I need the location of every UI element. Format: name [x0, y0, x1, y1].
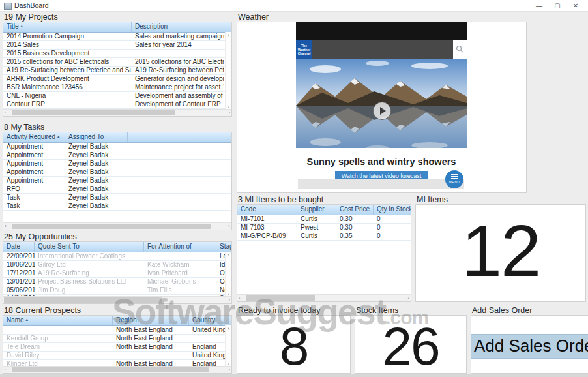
vertical-scrollbar[interactable]: ∧ ∨ — [225, 32, 231, 110]
scroll-left-icon[interactable]: ‹ — [5, 367, 7, 373]
table-cell: Sales and marketing campaign for 2014 — [132, 33, 224, 40]
scrollbar-thumb[interactable] — [246, 295, 315, 301]
column-header[interactable]: Country — [189, 316, 232, 325]
table-cell — [113, 352, 189, 359]
column-header[interactable]: Description — [132, 22, 224, 32]
table-row[interactable]: A19 Re-Surfacing between Peterlee and Su… — [3, 67, 231, 75]
table-cell: Zeynel Badak — [65, 151, 128, 159]
table-row[interactable]: 2014 Promotion CampaignSales and marketi… — [3, 33, 231, 41]
table-row[interactable]: David RileyUnited Kingdom — [3, 352, 231, 360]
column-header[interactable]: Qty In Stock — [374, 205, 411, 215]
weather-channel-logo[interactable]: The Weather Channel — [296, 40, 312, 59]
weather-top-bar — [296, 22, 467, 40]
scrollbar-thumb[interactable] — [12, 110, 175, 115]
vertical-scrollbar[interactable]: ∧ ∨ — [225, 325, 231, 367]
column-header[interactable]: Stage — [216, 242, 232, 252]
horizontal-scrollbar[interactable]: ‹ › — [3, 109, 231, 116]
table-cell: 2015 collections for ABC Electricals — [3, 58, 132, 66]
scroll-right-icon[interactable]: › — [228, 367, 230, 373]
table-row[interactable]: North East EnglandUnited Kingdom — [3, 326, 231, 335]
table-row[interactable]: ARRK Product DevelopmentGenerator design… — [3, 75, 231, 83]
horizontal-scrollbar[interactable]: ‹ › — [3, 296, 231, 303]
table-row[interactable]: 17/12/2015A19 Re-SurfacingIvan Pritchard… — [3, 269, 231, 278]
scroll-up-icon[interactable]: ∧ — [226, 326, 231, 331]
table-row[interactable]: TaskZeynel Badak — [3, 194, 231, 202]
app-icon — [4, 3, 12, 10]
scrollbar-thumb[interactable] — [12, 224, 211, 229]
table-row[interactable]: MI-G/PCP-B/09Curtis0.350 — [237, 232, 411, 241]
table-row[interactable]: 22/09/2014International Powder CoatingsL… — [3, 252, 231, 261]
table-row[interactable]: Kendall GroupNorth East England — [3, 335, 231, 343]
table-row[interactable]: AppointmentZeynel Badak — [3, 168, 231, 177]
table-row[interactable]: 05/06/2015Jim DougTim EllisNeg — [3, 286, 231, 295]
maximize-button[interactable]: ▢ — [549, 1, 566, 10]
mi-bought-grid[interactable]: CodeSupplierCost PriceQty In StockMI-710… — [237, 204, 411, 302]
table-cell: 2014 Promotion Campaign — [3, 33, 132, 40]
horizontal-scrollbar[interactable]: ‹ › — [3, 366, 231, 373]
scrollbar-thumb[interactable] — [12, 367, 209, 372]
projects-grid[interactable]: Title ▲Description2014 Promotion Campaig… — [3, 22, 232, 117]
table-cell: Kendall Group — [3, 335, 113, 342]
column-header[interactable]: Cost Price — [336, 205, 374, 215]
scroll-down-icon[interactable]: ∨ — [226, 361, 231, 366]
table-cell: 22/09/2014 — [3, 252, 35, 260]
column-header[interactable]: Date — [3, 242, 35, 252]
table-row[interactable]: 2015 Business Development — [3, 50, 231, 58]
table-cell: Zeynel Badak — [65, 185, 128, 193]
table-row[interactable]: 18/06/2014Gilroy LtdKate WickhamIdea — [3, 261, 231, 269]
column-header[interactable]: Region — [113, 316, 189, 325]
tasks-grid[interactable]: Activity Required ▲Assigned ToAppointmen… — [3, 132, 232, 230]
minimize-button[interactable]: — — [531, 1, 548, 10]
table-row[interactable]: AppointmentZeynel Badak — [3, 151, 231, 160]
table-row[interactable]: TaskZeynel Badak — [3, 202, 231, 211]
panel-title: 25 My Opportunities — [3, 232, 232, 241]
table-row[interactable]: 13/01/2016Project Business Solutions Ltd… — [3, 278, 231, 286]
scroll-down-icon[interactable]: ∨ — [226, 104, 231, 109]
scroll-right-icon[interactable]: › — [228, 297, 230, 303]
column-header[interactable]: Activity Required ▲ — [3, 132, 65, 142]
close-button[interactable]: ✕ — [567, 1, 584, 10]
table-row[interactable]: MI-7101Curtis0.300 — [237, 215, 411, 224]
prospects-grid[interactable]: Name ▲RegionCountryNorth East EnglandUni… — [3, 315, 232, 374]
column-header[interactable]: Quote Sent To — [35, 242, 144, 252]
scroll-up-icon[interactable]: ∧ — [226, 252, 231, 257]
search-button[interactable] — [453, 40, 467, 59]
column-header[interactable]: Assigned To — [65, 132, 128, 142]
column-header[interactable]: Supplier — [297, 205, 336, 215]
table-row[interactable]: CNL - NigeriaDevelopment and assembly of… — [3, 92, 231, 100]
menu-button[interactable]: MENU — [445, 170, 463, 188]
scroll-right-icon[interactable]: › — [228, 223, 230, 230]
add-sales-order-button[interactable]: Add Sales Order — [471, 334, 588, 359]
scroll-up-icon[interactable]: ∧ — [226, 33, 231, 37]
table-row[interactable]: Tele DreamNorth East EnglandEngland — [3, 343, 231, 352]
window-title: DashBoard — [14, 1, 49, 9]
table-row[interactable]: AppointmentZeynel Badak — [3, 160, 231, 168]
table-row[interactable]: AppointmentZeynel Badak — [3, 177, 231, 185]
table-row[interactable]: RFQZeynel Badak — [3, 185, 231, 194]
table-row[interactable]: AppointmentZeynel Badak — [3, 143, 231, 151]
table-row[interactable]: MI-7103Pwest0.300 — [237, 224, 411, 232]
column-header[interactable]: For Attention of — [144, 242, 216, 252]
table-row[interactable]: Contour ERPDevelopment of Contour ERP — [3, 100, 231, 109]
scroll-left-icon[interactable]: ‹ — [5, 110, 7, 116]
scrollbar-thumb[interactable] — [4, 297, 162, 303]
scroll-right-icon[interactable]: › — [228, 110, 230, 116]
horizontal-scrollbar[interactable]: ‹ › — [237, 294, 411, 301]
add-sales-content: Add Sales Order — [471, 315, 588, 374]
opportunities-grid[interactable]: DateQuote Sent ToFor Attention ofStage22… — [3, 241, 232, 304]
scroll-left-icon[interactable]: ‹ — [239, 295, 241, 301]
column-header[interactable]: Code — [237, 205, 297, 215]
scroll-down-icon[interactable]: ∨ — [226, 292, 231, 296]
play-button[interactable] — [373, 102, 391, 120]
column-header[interactable]: Name ▲ — [3, 316, 113, 325]
scroll-left-icon[interactable]: ‹ — [5, 223, 7, 230]
weather-video-thumbnail[interactable] — [296, 59, 467, 148]
table-cell — [132, 50, 224, 57]
table-row[interactable]: 2015 collections for ABC Electricals2015… — [3, 58, 231, 67]
horizontal-scrollbar[interactable]: ‹ › — [3, 222, 231, 230]
vertical-scrollbar[interactable]: ∧ ∨ — [225, 252, 231, 297]
scroll-right-icon[interactable]: › — [407, 295, 409, 301]
table-row[interactable]: 2014 SalesSales for year 2014 — [3, 41, 231, 50]
table-row[interactable]: BSR Maintenance 123456Maintenance projec… — [3, 83, 231, 92]
column-header[interactable]: Title ▲ — [3, 22, 132, 32]
